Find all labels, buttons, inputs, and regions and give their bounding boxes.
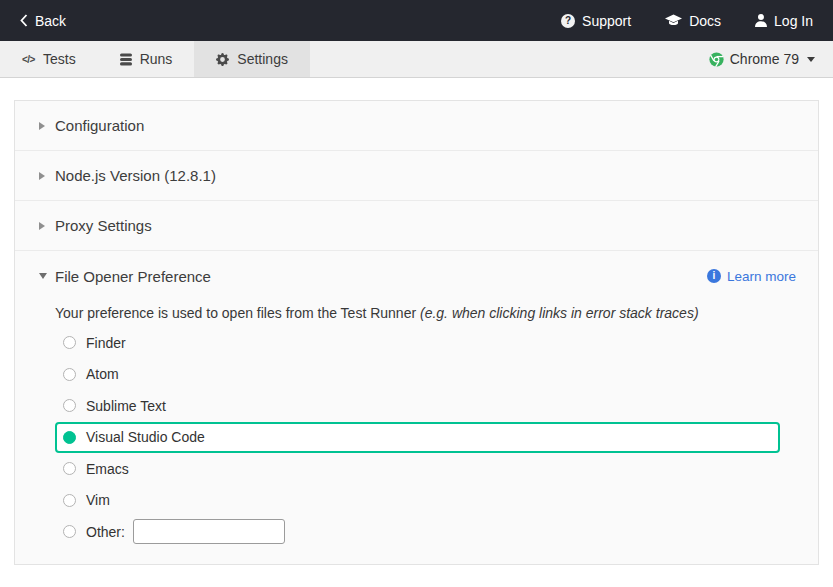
graduation-cap-icon xyxy=(665,14,682,27)
description-note: (e.g. when clicking links in error stack… xyxy=(420,305,699,321)
back-chevron-icon xyxy=(20,14,28,27)
back-label: Back xyxy=(35,13,66,29)
top-links: ? Support Docs Log In xyxy=(561,13,813,29)
code-icon: </> xyxy=(22,54,35,65)
description-text: Your preference is used to open files fr… xyxy=(55,305,416,321)
radio-option-emacs[interactable]: Emacs xyxy=(55,453,780,485)
tab-settings[interactable]: Settings xyxy=(194,41,310,77)
radio-icon xyxy=(63,368,76,381)
other-label: Other: xyxy=(86,524,125,540)
question-circle-icon: ? xyxy=(561,14,575,28)
settings-panel: Configuration Node.js Version (12.8.1) P… xyxy=(14,100,819,565)
section-configuration-header[interactable]: Configuration xyxy=(15,101,818,151)
gear-icon xyxy=(216,53,229,66)
tab-settings-label: Settings xyxy=(237,51,288,67)
radio-option-other[interactable]: Other: xyxy=(55,516,780,548)
radio-option-vim[interactable]: Vim xyxy=(55,485,780,517)
caret-right-icon xyxy=(39,122,45,130)
radio-icon xyxy=(63,462,76,475)
support-label: Support xyxy=(582,13,631,29)
option-label: Finder xyxy=(86,335,126,351)
top-bar: Back ? Support Docs Log In xyxy=(0,0,833,41)
chevron-down-icon xyxy=(807,57,815,62)
radio-option-visual-studio-code[interactable]: Visual Studio Code xyxy=(55,422,780,454)
file-opener-description: Your preference is used to open files fr… xyxy=(55,303,818,323)
caret-down-icon xyxy=(39,273,47,279)
file-opener-body: Your preference is used to open files fr… xyxy=(15,301,818,548)
docs-label: Docs xyxy=(689,13,721,29)
caret-right-icon xyxy=(39,222,45,230)
section-nodejs-title: Node.js Version (12.8.1) xyxy=(55,167,216,184)
section-nodejs-header[interactable]: Node.js Version (12.8.1) xyxy=(15,151,818,201)
option-label: Vim xyxy=(86,492,110,508)
login-label: Log In xyxy=(774,13,813,29)
login-link[interactable]: Log In xyxy=(755,13,813,29)
radio-option-sublime-text[interactable]: Sublime Text xyxy=(55,390,780,422)
radio-icon xyxy=(63,494,76,507)
option-label: Sublime Text xyxy=(86,398,166,414)
option-label: Emacs xyxy=(86,461,129,477)
section-configuration-title: Configuration xyxy=(55,117,144,134)
chrome-icon xyxy=(709,52,724,67)
caret-right-icon xyxy=(39,172,45,180)
other-editor-input[interactable] xyxy=(133,519,285,544)
learn-more-link[interactable]: i Learn more xyxy=(707,269,796,284)
tab-tests[interactable]: </> Tests xyxy=(0,41,98,77)
section-proxy-header[interactable]: Proxy Settings xyxy=(15,201,818,251)
tab-runs[interactable]: Runs xyxy=(98,41,195,77)
section-file-opener-title: File Opener Preference xyxy=(55,268,211,285)
option-label: Visual Studio Code xyxy=(86,429,205,445)
radio-icon xyxy=(63,525,76,538)
tab-tests-label: Tests xyxy=(43,51,76,67)
radio-option-finder[interactable]: Finder xyxy=(55,327,780,359)
learn-more-label: Learn more xyxy=(727,269,796,284)
support-link[interactable]: ? Support xyxy=(561,13,631,29)
docs-link[interactable]: Docs xyxy=(665,13,721,29)
database-icon xyxy=(120,53,132,66)
radio-icon xyxy=(63,336,76,349)
option-label: Atom xyxy=(86,366,119,382)
browser-label: Chrome 79 xyxy=(730,51,799,67)
browser-selector[interactable]: Chrome 79 xyxy=(691,41,833,77)
radio-checked-icon xyxy=(63,431,76,444)
tab-bar: </> Tests Runs Settings Chrome 79 xyxy=(0,41,833,78)
section-file-opener-header[interactable]: File Opener Preference i Learn more xyxy=(15,251,818,301)
radio-option-atom[interactable]: Atom xyxy=(55,359,780,391)
tab-runs-label: Runs xyxy=(140,51,173,67)
radio-icon xyxy=(63,399,76,412)
editor-options-list: Finder Atom Sublime Text Visual Studio C… xyxy=(55,327,818,548)
back-button[interactable]: Back xyxy=(20,13,66,29)
info-icon: i xyxy=(707,269,721,283)
section-proxy-title: Proxy Settings xyxy=(55,217,152,234)
user-icon xyxy=(755,14,767,27)
